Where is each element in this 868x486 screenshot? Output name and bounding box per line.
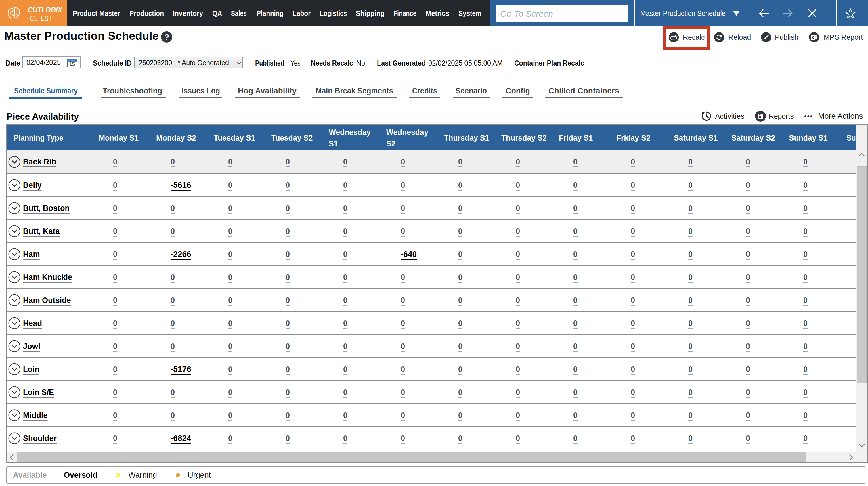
svg-text:15: 15 bbox=[70, 62, 75, 67]
